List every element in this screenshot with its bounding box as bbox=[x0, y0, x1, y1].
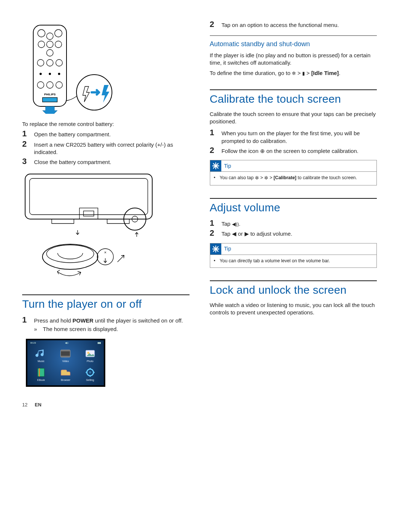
svg-point-1 bbox=[38, 30, 45, 37]
lock-screen-heading: Lock and unlock the screen bbox=[210, 283, 377, 298]
gear-icon: ✲ bbox=[292, 70, 296, 77]
auto-standby-heading: Automatic standby and shut-down bbox=[210, 40, 377, 48]
volume-step1: Tap ◀)). bbox=[222, 219, 377, 228]
remote-steps-list: 1Open the battery compartment. 2Insert a… bbox=[22, 129, 190, 166]
browser-icon bbox=[59, 367, 72, 378]
svg-point-10 bbox=[56, 59, 62, 66]
svg-rect-23 bbox=[83, 211, 94, 216]
video-icon bbox=[59, 348, 72, 359]
auto-standby-para: If the player is idle (no play and no bu… bbox=[210, 52, 377, 67]
page-lang: EN bbox=[35, 402, 41, 408]
calibrate-para: Calibrate the touch screen to ensure tha… bbox=[210, 110, 377, 126]
tip-asterisk-icon bbox=[210, 243, 221, 255]
turn-on-step: Press and hold POWER until the player is… bbox=[34, 316, 190, 324]
svg-point-9 bbox=[47, 59, 53, 66]
svg-text:PHILIPS: PHILIPS bbox=[44, 93, 56, 96]
svg-point-14 bbox=[37, 82, 44, 88]
lock-screen-para: While watch a video or listening to musi… bbox=[210, 301, 377, 317]
turn-on-result: The home screen is displayed. bbox=[43, 325, 118, 333]
volume-step2: Tap ◀ or ▶ to adjust volume. bbox=[222, 229, 377, 238]
svg-point-27 bbox=[47, 245, 94, 263]
svg-point-2 bbox=[55, 30, 62, 37]
music-icon bbox=[35, 348, 47, 359]
battery-icon: ▮ bbox=[302, 70, 305, 77]
svg-rect-32 bbox=[61, 356, 70, 357]
gear-small-icon: ✲ bbox=[264, 175, 268, 181]
svg-rect-36 bbox=[39, 368, 40, 376]
svg-point-26 bbox=[42, 244, 98, 269]
photo-icon bbox=[84, 348, 96, 359]
calibrate-tip-box: Tip • You can also tap ✲ > ✲ > [Calibrat… bbox=[210, 160, 377, 185]
svg-rect-35 bbox=[38, 368, 44, 376]
gear-icon: ✲ bbox=[255, 175, 259, 181]
ebook-icon bbox=[35, 367, 47, 378]
calibrate-heading: Calibrate the touch screen bbox=[210, 92, 377, 107]
svg-point-13 bbox=[58, 73, 60, 75]
page-number: 12 bbox=[22, 402, 30, 408]
svg-point-6 bbox=[47, 50, 53, 56]
svg-point-3 bbox=[38, 41, 45, 48]
svg-text:×: × bbox=[104, 250, 106, 255]
auto-standby-define: To define the time duration, go to ✲ > ▮… bbox=[210, 69, 377, 77]
calibrate-tip-text: You can also tap ✲ > ✲ > [Calibrate] to … bbox=[220, 175, 357, 181]
adjust-volume-heading: Adjust volume bbox=[210, 200, 377, 215]
svg-point-5 bbox=[47, 41, 53, 48]
turn-on-off-heading: Turn the player on or off bbox=[22, 297, 190, 312]
tip-asterisk-icon bbox=[210, 160, 221, 171]
svg-point-38 bbox=[89, 371, 91, 374]
page-footer: 12 EN bbox=[22, 402, 377, 408]
svg-point-16 bbox=[56, 82, 62, 88]
svg-point-12 bbox=[49, 73, 51, 75]
svg-point-15 bbox=[47, 82, 53, 88]
speaker-icon: ◀)) bbox=[232, 221, 239, 228]
svg-rect-31 bbox=[61, 350, 70, 351]
remote-leadin: To replace the remote control battery: bbox=[22, 120, 190, 128]
svg-point-7 bbox=[47, 33, 53, 40]
svg-point-8 bbox=[37, 59, 44, 66]
svg-point-4 bbox=[55, 41, 62, 48]
settings-icon bbox=[84, 367, 96, 378]
svg-point-11 bbox=[40, 73, 42, 75]
func-menu-step: Tap on an option to access the functiona… bbox=[222, 20, 377, 29]
volume-tip-text: You can directly tab a volume level on t… bbox=[220, 258, 330, 264]
svg-rect-20 bbox=[25, 174, 152, 219]
volume-tip-box: Tip •You can directly tab a volume level… bbox=[210, 243, 377, 268]
dock-overview-illustration: × bbox=[22, 171, 155, 282]
home-screen-preview: 00:23 ◀)) ▮▮▮ Music Video Photo EBook Br… bbox=[26, 339, 105, 387]
svg-rect-22 bbox=[79, 208, 98, 219]
svg-rect-18 bbox=[42, 98, 57, 102]
remote-battery-illustration: PHILIPS bbox=[22, 21, 122, 114]
